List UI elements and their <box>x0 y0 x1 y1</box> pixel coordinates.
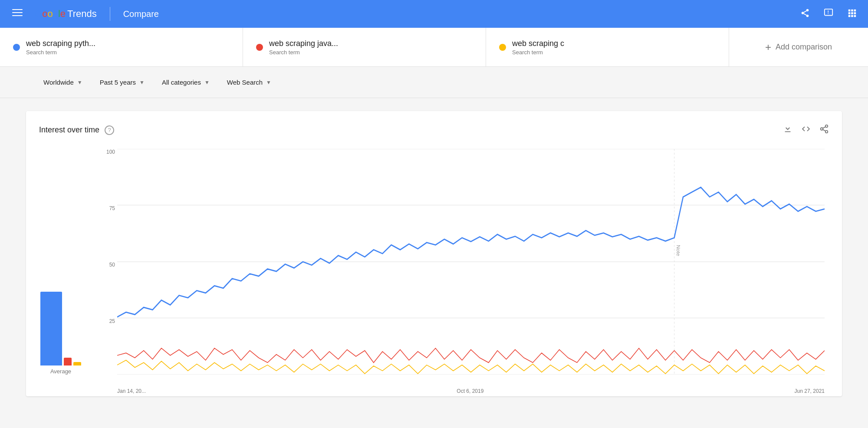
avg-bar-yellow <box>73 362 81 365</box>
avg-label: Average <box>50 368 71 375</box>
location-arrow: ▼ <box>77 79 82 86</box>
term2-info: web scraping java... Search term <box>269 39 338 56</box>
location-filter[interactable]: Worldwide ▼ <box>35 74 91 90</box>
svg-rect-18 <box>854 15 856 17</box>
time-label: Past 5 years <box>100 79 136 86</box>
header: Google Trends Compare ! <box>0 0 868 28</box>
embed-icon[interactable] <box>801 124 811 136</box>
search-term-1[interactable]: web scraping pyth... Search term <box>0 28 243 66</box>
term2-dot <box>256 44 263 51</box>
svg-rect-2 <box>12 15 23 16</box>
help-icon[interactable]: ? <box>105 125 114 135</box>
chart-svg: Note <box>117 149 825 375</box>
chart-sidebar: Average <box>26 145 95 396</box>
x-label-start: Jan 14, 20... <box>117 388 146 394</box>
avg-bar-blue <box>40 292 62 365</box>
share-icon[interactable] <box>798 6 812 23</box>
svg-point-19 <box>825 125 828 128</box>
card-header: Interest over time ? <box>26 120 842 145</box>
share-chart-icon[interactable] <box>819 124 829 136</box>
x-label-end: Jun 27, 2021 <box>795 388 825 394</box>
time-arrow: ▼ <box>139 79 145 86</box>
term1-name: web scraping pyth... <box>26 39 95 48</box>
svg-rect-16 <box>848 15 851 17</box>
term2-name: web scraping java... <box>269 39 338 48</box>
location-label: Worldwide <box>43 79 74 86</box>
svg-rect-13 <box>848 12 851 14</box>
svg-point-3 <box>806 9 809 11</box>
term1-dot <box>13 44 20 51</box>
term3-type: Search term <box>512 49 564 56</box>
svg-point-5 <box>806 14 809 16</box>
menu-icon[interactable] <box>9 4 26 24</box>
header-divider <box>110 7 110 21</box>
svg-line-23 <box>823 127 825 128</box>
svg-point-4 <box>802 12 804 14</box>
term3-info: web scraping c Search term <box>512 39 564 56</box>
search-term-3[interactable]: web scraping c Search term <box>486 28 729 66</box>
term2-type: Search term <box>269 49 338 56</box>
svg-rect-11 <box>851 9 853 11</box>
feedback-icon[interactable]: ! <box>821 6 836 23</box>
logo-trends: Trends <box>67 8 97 20</box>
search-type-filter[interactable]: Web Search ▼ <box>218 74 280 90</box>
svg-text:!: ! <box>827 10 829 14</box>
apps-icon[interactable] <box>845 6 859 23</box>
x-axis: Jan 14, 20... Oct 6, 2019 Jun 27, 2021 <box>117 388 825 394</box>
avg-bar-red <box>64 358 72 365</box>
term1-info: web scraping pyth... Search term <box>26 39 95 56</box>
add-comparison-button[interactable]: + Add comparison <box>729 28 868 66</box>
search-term-2[interactable]: web scraping java... Search term <box>243 28 486 66</box>
svg-text:Note: Note <box>676 245 681 256</box>
download-icon[interactable] <box>783 124 792 136</box>
svg-point-20 <box>821 128 823 130</box>
main-content: Interest over time ? <box>0 98 868 409</box>
filter-bar: Worldwide ▼ Past 5 years ▼ All categorie… <box>0 67 868 98</box>
svg-line-7 <box>804 10 806 12</box>
svg-rect-1 <box>12 12 23 13</box>
category-arrow: ▼ <box>204 79 210 86</box>
logo-google: Google <box>35 8 66 20</box>
avg-bars <box>40 279 81 365</box>
chart-main: 100 75 50 25 Note <box>95 145 842 396</box>
term3-dot <box>499 44 506 51</box>
svg-line-6 <box>804 13 806 15</box>
card-title: Interest over time <box>39 125 99 135</box>
y-label-75: 75 <box>100 205 115 211</box>
card-title-row: Interest over time ? <box>39 125 114 135</box>
svg-line-22 <box>823 129 825 131</box>
help-label: ? <box>108 127 111 133</box>
search-type-arrow: ▼ <box>266 79 271 86</box>
svg-rect-10 <box>848 9 851 11</box>
add-comparison-label: Add comparison <box>776 43 832 52</box>
logo: Google Trends <box>35 8 97 20</box>
card-actions <box>783 124 829 136</box>
y-label-100: 100 <box>100 149 115 155</box>
header-title: Compare <box>123 9 159 19</box>
x-label-mid: Oct 6, 2019 <box>457 388 483 394</box>
svg-rect-15 <box>854 12 856 14</box>
y-axis: 100 75 50 25 <box>100 149 115 375</box>
y-label-50: 50 <box>100 262 115 268</box>
svg-rect-0 <box>12 9 23 10</box>
term1-type: Search term <box>26 49 95 56</box>
interest-over-time-card: Interest over time ? <box>26 111 842 396</box>
header-icons: ! <box>798 6 859 23</box>
y-label-25: 25 <box>100 318 115 324</box>
plus-icon: + <box>765 41 771 53</box>
svg-rect-14 <box>851 12 853 14</box>
category-filter[interactable]: All categories ▼ <box>153 74 218 90</box>
svg-rect-17 <box>851 15 853 17</box>
svg-rect-12 <box>854 9 856 11</box>
term3-name: web scraping c <box>512 39 564 48</box>
svg-point-21 <box>825 131 828 133</box>
search-terms-bar: web scraping pyth... Search term web scr… <box>0 28 868 67</box>
chart-container: Average 100 75 50 25 <box>26 145 842 396</box>
time-filter[interactable]: Past 5 years ▼ <box>91 74 153 90</box>
category-label: All categories <box>162 79 201 86</box>
search-type-label: Web Search <box>227 79 263 86</box>
